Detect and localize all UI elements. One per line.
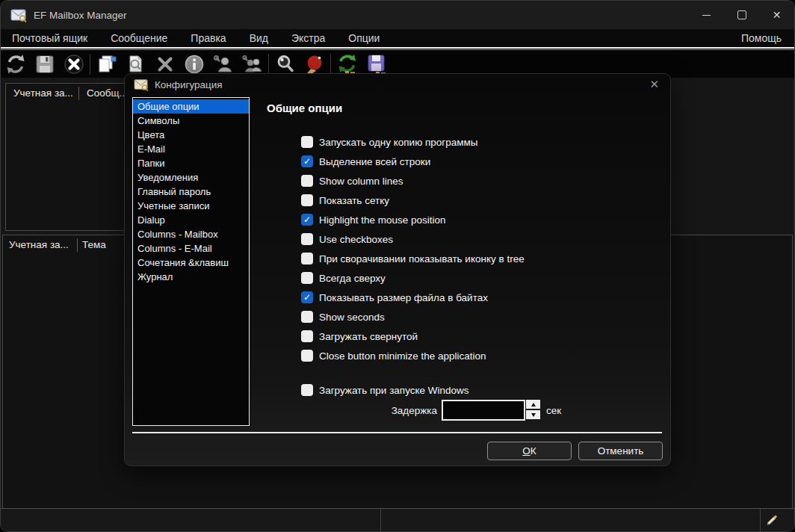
- close-button[interactable]: ✕: [759, 1, 794, 29]
- checkbox-unchecked-icon[interactable]: [301, 384, 313, 396]
- delay-input[interactable]: [442, 400, 525, 421]
- app-title: EF Mailbox Manager: [34, 10, 127, 21]
- checkbox-checked-icon[interactable]: ✓: [301, 155, 313, 167]
- arrow-down-icon: [531, 413, 536, 417]
- menu-item-1[interactable]: Сообщение: [111, 32, 167, 44]
- config-category-item[interactable]: Columns - Mailbox: [133, 227, 249, 241]
- dialog-close-icon[interactable]: ✕: [649, 78, 659, 91]
- config-category-item[interactable]: Columns - E-Mail: [133, 241, 249, 256]
- export-icon: [365, 53, 388, 75]
- app-window: EF Mailbox Manager ✕ Почтовый ящикСообще…: [0, 0, 795, 532]
- config-category-item[interactable]: Символы: [133, 114, 249, 128]
- option-label: Запускать одну копию программы: [319, 137, 478, 148]
- minimize-button[interactable]: [689, 1, 724, 29]
- config-category-list: Общие опцииСимволыЦветаE-MailПапкиУведом…: [132, 97, 250, 426]
- spinner-up-button[interactable]: [526, 400, 540, 409]
- option-row[interactable]: ✓Highlight the mouse position: [301, 211, 446, 228]
- option-row[interactable]: ✓Показывать размер файла в байтах: [301, 289, 488, 306]
- title-bar: EF Mailbox Manager ✕: [1, 1, 794, 29]
- checkbox-unchecked-icon[interactable]: [301, 330, 313, 342]
- option-row[interactable]: Use checkboxes: [301, 231, 393, 247]
- delay-spinner: [526, 400, 540, 419]
- delay-unit-label: сек: [546, 405, 561, 416]
- menu-item-5[interactable]: Опции: [348, 32, 380, 44]
- ok-button[interactable]: ОК: [487, 442, 572, 460]
- column-divider[interactable]: [78, 87, 79, 100]
- new-message-button[interactable]: [92, 52, 121, 77]
- statusbar-divider: [760, 509, 761, 531]
- checkbox-unchecked-icon[interactable]: [301, 175, 313, 187]
- maximize-button[interactable]: [724, 1, 759, 29]
- option-row[interactable]: Загружать свернутой: [301, 328, 418, 344]
- config-category-item[interactable]: Учетные записи: [133, 199, 249, 213]
- preview-icon: [125, 53, 147, 75]
- checkbox-unchecked-icon[interactable]: [301, 233, 313, 245]
- save-button[interactable]: [30, 52, 59, 77]
- option-row[interactable]: Show seconds: [301, 309, 385, 325]
- delete-icon: [154, 53, 176, 75]
- checkbox-unchecked-icon[interactable]: [301, 311, 313, 323]
- checkbox-unchecked-icon[interactable]: [301, 272, 313, 284]
- new-message-icon: [96, 53, 118, 75]
- option-row[interactable]: Показать сетку: [301, 192, 389, 208]
- cancel-button[interactable]: [59, 52, 88, 77]
- option-row[interactable]: Запускать одну копию программы: [301, 134, 478, 150]
- import-icon: [336, 53, 359, 75]
- config-category-item[interactable]: Главный пароль: [133, 185, 249, 199]
- checkbox-checked-icon[interactable]: ✓: [301, 291, 313, 303]
- menu-item-3[interactable]: Вид: [250, 32, 268, 44]
- refresh-button[interactable]: [1, 52, 30, 77]
- arrow-up-icon: [531, 403, 536, 406]
- config-category-item[interactable]: Журнал: [133, 270, 249, 284]
- menu-item-4[interactable]: Экстра: [291, 32, 325, 44]
- dialog-title-bar: Конфигурация ✕: [125, 74, 670, 95]
- option-label: Close button minimize the application: [319, 350, 486, 362]
- menu-item-help[interactable]: Помощь: [741, 32, 782, 44]
- option-row[interactable]: Show column lines: [301, 173, 403, 189]
- refresh-icon: [4, 53, 27, 75]
- option-label: Показать сетку: [319, 195, 389, 206]
- menu-item-2[interactable]: Правка: [191, 32, 226, 44]
- option-row[interactable]: При сворачивании показывать иконку в tre…: [301, 250, 525, 267]
- cancel-icon: [63, 53, 85, 75]
- menu-items: Почтовый ящикСообщениеПравкаВидЭкстраОпц…: [1, 32, 380, 44]
- delay-label: Задержка: [379, 405, 437, 416]
- column-divider[interactable]: [77, 238, 78, 252]
- option-row[interactable]: Загружать при запуске Windows: [301, 382, 469, 398]
- spinner-down-button[interactable]: [526, 410, 540, 419]
- option-label: Загружать при запуске Windows: [319, 385, 469, 396]
- config-category-item[interactable]: Цвета: [133, 128, 249, 142]
- column-header-messages[interactable]: Сообщ...: [87, 87, 128, 99]
- checkbox-unchecked-icon[interactable]: [301, 350, 313, 362]
- screen: EF Mailbox Manager ✕ Почтовый ящикСообще…: [0, 0, 795, 532]
- checkbox-unchecked-icon[interactable]: [301, 194, 313, 206]
- option-row[interactable]: Всегда сверху: [301, 270, 386, 286]
- dialog-title: Конфигурация: [155, 79, 223, 90]
- dialog-envelope-icon: [134, 78, 149, 91]
- config-section-heading: Общие опции: [267, 102, 342, 114]
- option-label: Highlight the mouse position: [319, 214, 446, 226]
- config-category-item[interactable]: Уведомления: [133, 170, 249, 185]
- menu-item-0[interactable]: Почтовый ящик: [12, 32, 87, 44]
- status-bar: [1, 508, 794, 531]
- config-category-item[interactable]: Папки: [133, 156, 249, 170]
- maximize-icon: [737, 10, 746, 19]
- option-row[interactable]: Close button minimize the application: [301, 347, 486, 364]
- app-envelope-icon: [10, 7, 27, 22]
- config-category-item[interactable]: E-Mail: [133, 142, 249, 156]
- option-row[interactable]: ✓Выделение всей строки: [301, 153, 430, 170]
- checkbox-checked-icon[interactable]: ✓: [301, 214, 313, 226]
- configuration-dialog: Конфигурация ✕ Общие опцииСимволыЦветаE-…: [124, 73, 671, 466]
- checkbox-unchecked-icon[interactable]: [301, 136, 313, 148]
- column-header-account[interactable]: Учетная за...: [13, 87, 73, 99]
- menu-separator-line: [1, 47, 794, 49]
- option-label: Use checkboxes: [319, 234, 393, 245]
- config-category-item[interactable]: Общие опции: [133, 99, 249, 114]
- statusbar-divider: [380, 509, 381, 531]
- config-category-item[interactable]: Сочетания &клавиш: [133, 256, 249, 270]
- checkbox-unchecked-icon[interactable]: [301, 253, 313, 265]
- config-category-item[interactable]: Dialup: [133, 213, 249, 227]
- column-header-subject[interactable]: Тема: [82, 239, 106, 250]
- column-header-account[interactable]: Учетная за...: [9, 239, 69, 250]
- cancel-dialog-button[interactable]: Отменить: [578, 442, 663, 460]
